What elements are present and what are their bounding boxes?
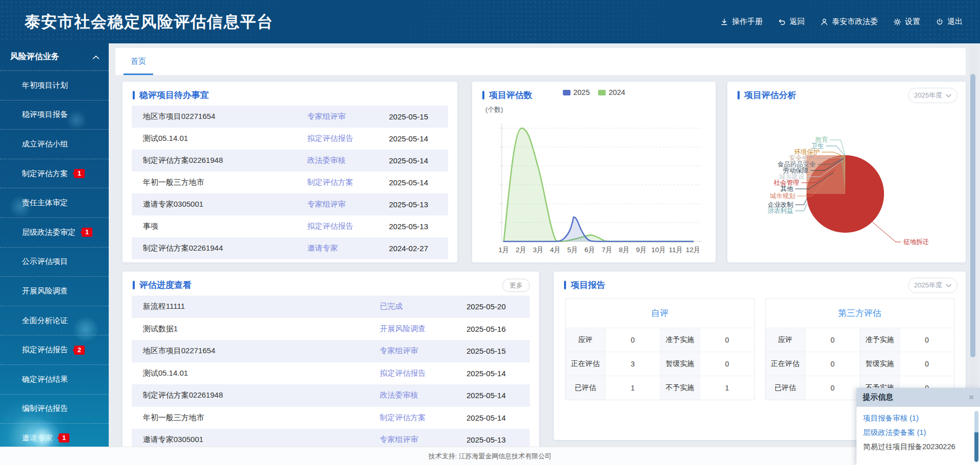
table-row[interactable]: 测试05.14.01拟定评估报告2025-05-14 [132,362,530,385]
back-icon [778,18,786,26]
notification-popup: 提示信息 × 项目报备审核 (1) 层级政法委备案 (1) 简易过往项目报备20… [856,388,980,465]
third-party-table: 第三方评估 应评 0 准予实施 0 正在评估 0 暂缓实施 0 已评估 0 不予… [765,298,955,400]
popup-scrollbar-thumb[interactable] [974,411,978,432]
svg-text:5月: 5月 [567,246,578,254]
title-bar-decoration [133,91,135,100]
app-root: 泰安市社会稳定风险评估信息平台 操作手册 返回 泰安市政法委 设置 退出 [0,0,980,465]
panel-todo: 稳评项目待办事宜 地区市项目02271654专家组评审2025-05-15 测试… [122,82,457,262]
svg-text:1月: 1月 [498,246,509,254]
chart-legend: 2025 2024 [562,88,625,96]
tab-home[interactable]: 首页 [128,48,149,75]
sidebar-item-analysis[interactable]: 全面分析论证 [0,306,109,336]
table-row[interactable]: 制定评估方案02261948政法委审核2025-05-14 [132,384,530,407]
table-row[interactable]: 新流程11111已完成2025-05-20 [132,296,530,318]
status-link[interactable]: 专家组评审 [380,435,467,445]
sidebar-item-make-plan[interactable]: 制定评估方案1 [0,159,109,189]
table-row[interactable]: 事项拟定评估报告2025-05-13 [132,215,448,237]
table-row[interactable]: 制定评估方案02261944邀请专家2024-02-27 [132,237,448,259]
sidebar-item-annual-plan[interactable]: 年初项目计划 [0,71,109,101]
table-row[interactable]: 邀请专家0305001专家组评审2025-05-13 [132,193,448,215]
close-icon[interactable]: × [969,393,974,402]
svg-text:4月: 4月 [550,246,561,254]
app-title: 泰安市社会稳定风险评估信息平台 [24,0,274,43]
legend-item-2025[interactable]: 2025 [562,88,590,96]
year-filter-dropdown[interactable]: 2025年度 [908,278,958,293]
svg-text:7月: 7月 [602,246,612,254]
svg-text:8月: 8月 [619,246,629,254]
top-header: 泰安市社会稳定风险评估信息平台 操作手册 返回 泰安市政法委 设置 退出 [0,0,980,43]
table-row[interactable]: 测试数据1开展风险调查2025-05-16 [132,318,530,340]
settings-button[interactable]: 设置 [893,17,920,27]
sidebar-item-zfw-review[interactable]: 层级政法委审定1 [0,218,109,248]
sidebar-item-confirm-result[interactable]: 确定评估结果 [0,365,109,395]
status-link[interactable]: 专家组评审 [380,346,467,356]
tab-bar: 首页 [115,48,966,75]
panel-analysis: 项目评估分析 2025年度 [727,82,966,262]
table-row[interactable]: 测试05.14.01拟定评估报告2025-05-14 [132,128,448,150]
page-scrollbar-thumb[interactable] [970,74,975,357]
svg-text:6月: 6月 [584,246,595,254]
back-button[interactable]: 返回 [778,17,805,27]
analysis-pie-chart: 教育 卫生 环境保护 安全生产 食品药品安全 劳动保障 城乡建设 社会管理 其他… [727,95,966,259]
download-icon [720,18,728,26]
sidebar-item-project-filing[interactable]: 稳评项目报备 [0,101,109,130]
sidebar-group-risk-assessment[interactable]: 风险评估业务 [0,43,109,71]
popup-link-zfw-filing[interactable]: 层级政法委备案 (1) [863,425,980,439]
status-link[interactable]: 开展风险调查 [380,324,467,334]
more-button[interactable]: 更多 [502,279,530,292]
panel-progress: 评估进度查看 更多 新流程11111已完成2025-05-20 测试数据1开展风… [122,272,539,449]
popup-link-report-review[interactable]: 项目报备审核 (1) [863,411,980,425]
current-org-button[interactable]: 泰安市政法委 [820,17,878,27]
status-link[interactable]: 政法委审核 [307,156,389,165]
status-link[interactable]: 专家组评审 [307,112,389,121]
panel-monthly-chart: 项目评估数 2025 2024 (个数) [472,82,716,262]
logout-button[interactable]: 退出 [936,17,963,27]
status-link[interactable]: 拟定评估报告 [380,369,467,378]
sidebar: 风险评估业务 年初项目计划 稳评项目报备 成立评估小组 制定评估方案1 责任主体… [0,43,109,447]
footer: 技术支持: 江苏海盟金网信息技术有限公司 [0,447,980,465]
status-link[interactable]: 拟定评估报告 [307,134,389,143]
title-bar-decoration [133,281,135,289]
sidebar-item-compile-report[interactable]: 编制评估报告 [0,395,109,424]
manual-button[interactable]: 操作手册 [720,17,763,27]
popup-header: 提示信息 × [856,388,980,407]
svg-text:其他: 其他 [780,185,794,192]
svg-text:城市规划: 城市规划 [770,192,795,200]
svg-text:10月: 10月 [651,246,666,254]
popup-scrollbar-track [974,432,978,462]
status-link[interactable]: 专家组评审 [307,200,389,209]
todo-list: 地区市项目02271654专家组评审2025-05-15 测试05.14.01拟… [122,106,457,259]
table-title: 第三方评估 [766,299,954,328]
header-menu: 操作手册 返回 泰安市政法委 设置 退出 [720,0,963,43]
legend-swatch [598,90,606,95]
sidebar-item-responsible-review[interactable]: 责任主体审定 [0,188,109,218]
sidebar-item-risk-survey[interactable]: 开展风险调查 [0,277,109,306]
sidebar-item-draft-report[interactable]: 拟定评估报告2 [0,335,109,365]
table-row[interactable]: 年初一般三方地市制定评估方案2025-05-14 [132,407,530,429]
sidebar-group-label: 风险评估业务 [10,52,92,62]
count-badge: 2 [74,346,85,355]
table-row[interactable]: 年初一般三方地市制定评估方案2025-05-14 [132,172,448,193]
report-tables: 自评 应评 0 准予实施 0 正在评估 3 暂缓实施 0 已评估 1 不予实施 [565,298,954,400]
status-link[interactable]: 制定评估方案 [380,413,467,423]
legend-item-2024[interactable]: 2024 [598,88,625,96]
table-row[interactable]: 制定评估方案02261948政法委审核2025-05-14 [132,150,448,172]
table-row[interactable]: 地区市项目02271654专家组评审2025-05-15 [132,340,530,362]
status-link[interactable]: 已完成 [380,302,467,311]
status-link[interactable]: 邀请专家 [307,243,389,253]
title-bar-decoration [564,281,566,289]
sidebar-item-publicize[interactable]: 公示评估项目 [0,248,109,277]
popup-body: 项目报备审核 (1) 层级政法委备案 (1) 简易过往项目报备20230226 [856,407,980,454]
chevron-down-icon [946,284,951,287]
monthly-area-chart: 1月 2月 3月 4月 5月 6月 7月 8月 9月 10月 11月 12月 [477,112,710,260]
status-link[interactable]: 政法委审核 [380,390,467,400]
page-scrollbar-track[interactable] [969,43,977,447]
table-row[interactable]: 地区市项目02271654专家组评审2025-05-15 [132,106,448,128]
status-link[interactable]: 拟定评估报告 [307,222,389,231]
sidebar-item-setup-team[interactable]: 成立评估小组 [0,130,109,159]
count-badge: 1 [59,433,69,443]
status-link[interactable]: 制定评估方案 [307,178,389,187]
popup-scrollbar[interactable] [974,411,978,462]
popup-item-past-project: 简易过往项目报备20230226 [863,439,980,454]
title-bar-decoration [482,91,484,100]
